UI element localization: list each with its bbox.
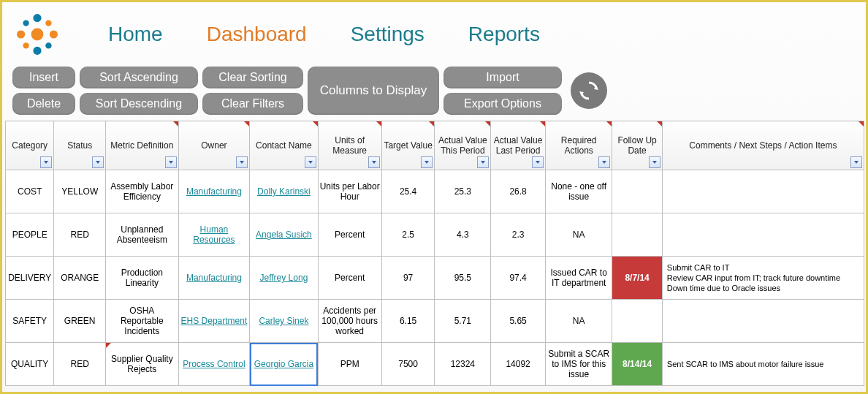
cell-status[interactable]: GREEN (54, 300, 106, 343)
cell-actual-last[interactable]: 5.65 (491, 300, 546, 343)
nav-settings[interactable]: Settings (351, 23, 425, 46)
cell-metric[interactable]: Production Linearity (106, 257, 179, 300)
header-comments[interactable]: Comments / Next Steps / Action Items (662, 121, 864, 170)
cell-owner[interactable]: Manufacturing (178, 170, 250, 213)
cell-contact[interactable]: Georgio Garcia (250, 343, 318, 386)
clear-sorting-button[interactable]: Clear Sorting (202, 67, 303, 88)
header-status[interactable]: Status (54, 121, 106, 170)
contact-link[interactable]: Carley Sinek (259, 316, 308, 326)
header-uom[interactable]: Units of Measure (318, 121, 381, 170)
cell-required[interactable]: Issued CAR to IT department (545, 257, 612, 300)
cell-category[interactable]: DELIVERY (6, 257, 54, 300)
owner-link[interactable]: Manufacturing (186, 186, 242, 197)
cell-follow[interactable]: 8/14/14 (612, 343, 663, 386)
cell-metric[interactable]: Unplanned Absenteeism (106, 213, 179, 257)
owner-link[interactable]: Manufacturing (186, 273, 242, 283)
cell-category[interactable]: SAFETY (6, 300, 54, 343)
filter-icon[interactable] (92, 156, 104, 168)
contact-link[interactable]: Jeffrey Long (259, 273, 308, 283)
cell-uom[interactable]: Accidents per 100,000 hours worked (318, 300, 381, 343)
cell-metric[interactable]: Supplier Quality Rejects (106, 343, 179, 386)
header-actual-last[interactable]: Actual Value Last Period (491, 121, 546, 170)
cell-target[interactable]: 25.4 (381, 170, 435, 213)
filter-icon[interactable] (598, 156, 610, 168)
nav-reports[interactable]: Reports (468, 23, 540, 46)
filter-icon[interactable] (850, 156, 862, 168)
cell-owner[interactable]: EHS Department (178, 300, 250, 343)
sort-descending-button[interactable]: Sort Descending (80, 93, 198, 115)
cell-contact[interactable]: Angela Susich (250, 213, 318, 257)
cell-follow[interactable] (612, 300, 663, 343)
cell-actual-this[interactable]: 4.3 (435, 213, 491, 257)
insert-button[interactable]: Insert (12, 67, 75, 88)
cell-comments[interactable] (662, 300, 864, 343)
cell-follow[interactable] (612, 170, 663, 213)
cell-metric[interactable]: Assembly Labor Efficiency (106, 170, 179, 213)
cell-actual-last[interactable]: 14092 (491, 343, 546, 386)
cell-category[interactable]: PEOPLE (6, 213, 54, 257)
cell-owner[interactable]: Process Control (178, 343, 250, 386)
cell-uom[interactable]: Units per Labor Hour (318, 170, 381, 213)
sort-ascending-button[interactable]: Sort Ascending (80, 67, 198, 88)
cell-actual-this[interactable]: 25.3 (435, 170, 491, 213)
cell-status[interactable]: RED (54, 213, 106, 257)
delete-button[interactable]: Delete (12, 93, 75, 115)
contact-link[interactable]: Georgio Garcia (254, 359, 313, 369)
cell-target[interactable]: 6.15 (381, 300, 435, 343)
cell-actual-last[interactable]: 97.4 (491, 257, 546, 300)
filter-icon[interactable] (368, 156, 380, 168)
filter-icon[interactable] (40, 156, 52, 168)
cell-actual-this[interactable]: 95.5 (435, 257, 491, 300)
cell-required[interactable]: Submit a SCAR to IMS for this issue (545, 343, 612, 386)
cell-status[interactable]: YELLOW (54, 170, 106, 213)
cell-target[interactable]: 2.5 (381, 213, 435, 257)
cell-uom[interactable]: PPM (318, 343, 381, 386)
cell-target[interactable]: 7500 (381, 343, 435, 386)
cell-contact[interactable]: Carley Sinek (250, 300, 318, 343)
cell-comments[interactable] (662, 213, 864, 257)
import-button[interactable]: Import (443, 67, 562, 88)
filter-icon[interactable] (649, 156, 660, 168)
header-metric[interactable]: Metric Definition (106, 121, 179, 170)
cell-owner[interactable]: Manufacturing (178, 257, 250, 300)
clear-filters-button[interactable]: Clear Filters (202, 93, 303, 115)
cell-uom[interactable]: Percent (318, 257, 381, 300)
sync-button[interactable] (571, 67, 607, 115)
cell-comments[interactable]: Submit CAR to IT Review CAR input from I… (662, 257, 864, 300)
columns-to-display-button[interactable]: Columns to Display (308, 67, 439, 115)
owner-link[interactable]: Human Resources (193, 224, 235, 245)
filter-icon[interactable] (421, 156, 433, 168)
cell-required[interactable]: NA (545, 213, 612, 257)
contact-link[interactable]: Dolly Karinski (257, 186, 311, 197)
cell-actual-last[interactable]: 2.3 (491, 213, 546, 257)
cell-contact[interactable]: Jeffrey Long (250, 257, 318, 300)
cell-category[interactable]: QUALITY (6, 343, 54, 386)
cell-required[interactable]: None - one off issue (545, 170, 612, 213)
header-contact[interactable]: Contact Name (250, 121, 318, 170)
header-follow[interactable]: Follow Up Date (612, 121, 663, 170)
cell-uom[interactable]: Percent (318, 213, 381, 257)
owner-link[interactable]: EHS Department (181, 316, 248, 326)
filter-icon[interactable] (305, 156, 316, 168)
filter-icon[interactable] (165, 156, 177, 168)
cell-status[interactable]: ORANGE (54, 257, 106, 300)
owner-link[interactable]: Process Control (183, 359, 245, 369)
cell-follow[interactable]: 8/7/14 (612, 257, 663, 300)
cell-status[interactable]: RED (54, 343, 106, 386)
cell-actual-this[interactable]: 12324 (435, 343, 491, 386)
cell-comments[interactable]: Sent SCAR to IMS about motor failure iss… (662, 343, 864, 386)
cell-required[interactable]: NA (545, 300, 612, 343)
cell-owner[interactable]: Human Resources (178, 213, 250, 257)
cell-metric[interactable]: OSHA Reportable Incidents (106, 300, 179, 343)
header-category[interactable]: Category (6, 121, 54, 170)
cell-comments[interactable] (662, 170, 864, 213)
cell-contact[interactable]: Dolly Karinski (250, 170, 318, 213)
export-options-button[interactable]: Export Options (443, 93, 562, 115)
header-owner[interactable]: Owner (178, 121, 250, 170)
cell-follow[interactable] (612, 213, 663, 257)
nav-home[interactable]: Home (108, 23, 163, 46)
cell-actual-last[interactable]: 26.8 (491, 170, 546, 213)
header-actual-this[interactable]: Actual Value This Period (435, 121, 491, 170)
contact-link[interactable]: Angela Susich (256, 230, 312, 240)
filter-icon[interactable] (532, 156, 544, 168)
